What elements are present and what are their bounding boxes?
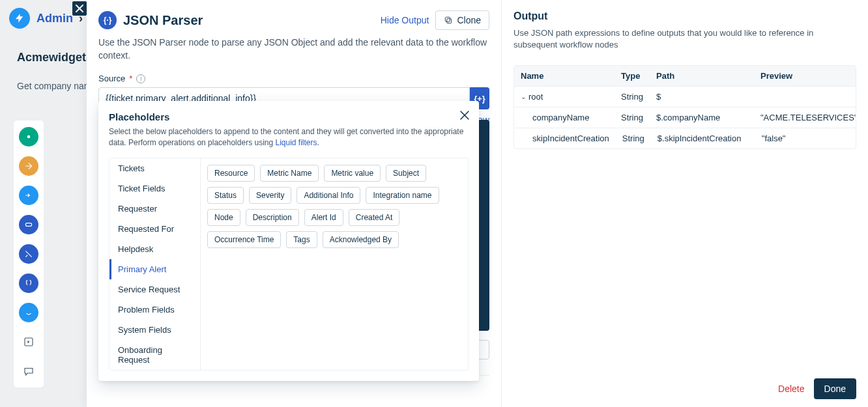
row-path: $ [650, 87, 754, 107]
placeholder-chip[interactable]: Integration name [366, 187, 439, 204]
org-name: Acmewidgets [17, 51, 93, 64]
svg-rect-3 [447, 19, 452, 23]
hide-output-link[interactable]: Hide Output [381, 15, 429, 25]
info-icon[interactable]: i [136, 74, 145, 83]
placeholder-chip[interactable]: Occurrence Time [207, 231, 281, 248]
col-type: Type [615, 66, 650, 86]
close-popover-button[interactable] [459, 110, 470, 120]
col-path: Path [650, 66, 754, 86]
placeholder-category[interactable]: Primary Alert [109, 259, 200, 279]
placeholder-category[interactable]: System Fields [109, 320, 200, 340]
sidebar-icon-action[interactable] [19, 156, 38, 176]
placeholder-chip[interactable]: Description [246, 209, 299, 226]
placeholder-chip[interactable]: Additional Info [297, 187, 360, 204]
row-path: $.companyName [650, 107, 754, 128]
sidebar-icon-json[interactable] [19, 274, 38, 293]
row-name: companyName [521, 113, 589, 122]
row-preview [754, 87, 840, 107]
placeholder-category[interactable]: Tickets [109, 158, 200, 178]
placeholders-title: Placeholders [109, 111, 469, 122]
placeholder-chip[interactable]: Alert Id [304, 209, 343, 226]
json-parser-icon: {·} [98, 11, 117, 29]
node-description: Use the JSON Parser node to parse any JS… [98, 36, 489, 62]
clone-button[interactable]: Clone [435, 10, 489, 30]
app-logo [9, 8, 30, 29]
placeholder-chip[interactable]: Status [207, 187, 244, 204]
placeholder-category[interactable]: Problem Fields [109, 300, 200, 320]
sidebar-icon-trigger[interactable] [19, 127, 38, 147]
placeholder-chip[interactable]: Tags [286, 231, 317, 248]
placeholder-chip[interactable]: Metric Name [260, 165, 319, 182]
placeholder-category[interactable]: Requester [109, 199, 200, 219]
row-name: root [528, 92, 543, 102]
col-name: Name [514, 66, 615, 86]
breadcrumb-admin[interactable]: Admin [36, 12, 73, 25]
svg-rect-4 [446, 17, 450, 21]
placeholder-chip[interactable]: Acknowledged By [323, 231, 399, 248]
done-button[interactable]: Done [814, 378, 856, 399]
row-name: skipIncidentCreation [521, 133, 609, 143]
placeholder-chips: ResourceMetric NameMetric valueSubjectSt… [201, 158, 468, 370]
svg-point-0 [27, 135, 31, 139]
table-row: companyNameString$.companyName"ACME.TELE… [514, 107, 856, 128]
placeholder-category[interactable]: Requested For [109, 219, 200, 239]
page-subheading: Get company name [17, 81, 96, 91]
row-action [840, 87, 856, 107]
sidebar-icon-app[interactable] [19, 332, 38, 352]
placeholder-chip[interactable]: Metric value [324, 165, 381, 182]
placeholders-description: Select the below placeholders to append … [109, 126, 469, 148]
close-modal-button[interactable] [72, 1, 87, 16]
clone-icon [444, 16, 453, 25]
placeholders-popover: Placeholders Select the below placeholde… [98, 101, 479, 381]
row-type: String [615, 107, 650, 128]
table-row: skipIncidentCreationString$.skipIncident… [514, 128, 856, 148]
sidebar-icon-expression[interactable] [19, 244, 38, 264]
row-action [840, 128, 856, 148]
placeholder-chip[interactable]: Subject [386, 165, 426, 182]
placeholder-chip[interactable]: Resource [207, 165, 255, 182]
table-row: ⌄rootString$ [514, 86, 856, 107]
liquid-filters-link[interactable]: Liquid filters [276, 138, 317, 147]
placeholder-chip[interactable]: Node [207, 209, 240, 226]
placeholder-categories: TicketsTicket FieldsRequesterRequested F… [109, 158, 201, 370]
placeholder-category[interactable]: Service Request [109, 279, 200, 300]
sidebar-icon-reader[interactable] [19, 215, 38, 234]
clone-label: Clone [457, 15, 481, 25]
required-marker: * [129, 74, 132, 83]
col-action [840, 66, 856, 86]
output-description: Use JSON path expressions to define outp… [514, 27, 856, 51]
row-type: String [615, 87, 650, 107]
expand-caret-icon[interactable]: ⌄ [521, 93, 526, 100]
svg-rect-1 [25, 223, 31, 227]
node-sidebar [13, 120, 44, 388]
output-table: Name Type Path Preview ⌄rootString$compa… [514, 65, 856, 149]
source-label: Source [98, 74, 125, 83]
row-preview: "false" [755, 128, 840, 148]
col-preview: Preview [754, 66, 840, 86]
node-title: JSON Parser [123, 13, 203, 28]
placeholder-category[interactable]: Onboarding Request [109, 340, 200, 370]
placeholder-category[interactable]: Helpdesk [109, 239, 200, 259]
sidebar-icon-web[interactable] [19, 303, 38, 322]
row-type: String [616, 128, 651, 148]
sidebar-icon-condition[interactable] [19, 186, 38, 205]
sidebar-icon-chat[interactable] [19, 361, 38, 381]
placeholder-chip[interactable]: Created At [349, 209, 400, 226]
output-title: Output [514, 10, 856, 22]
row-preview: "ACME.TELESERVICES" [754, 107, 856, 128]
delete-button[interactable]: Delete [778, 384, 804, 394]
placeholder-category[interactable]: Ticket Fields [109, 178, 200, 199]
placeholder-chip[interactable]: Severity [249, 187, 291, 204]
output-table-header: Name Type Path Preview [514, 66, 856, 86]
row-path: $.skipIncidentCreation [651, 128, 755, 148]
